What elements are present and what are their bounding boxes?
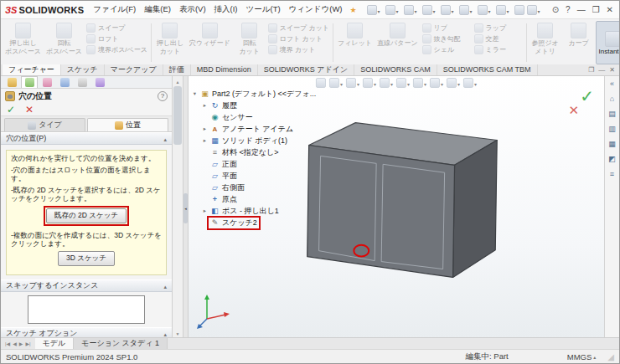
- featuremanager-design-tree-tab[interactable]: [3, 76, 20, 88]
- draft-button[interactable]: 抜き勾配: [422, 34, 471, 44]
- cancel-button[interactable]: ✕: [25, 105, 34, 115]
- menu-item[interactable]: ウィンドウ(W): [285, 3, 347, 17]
- lofted-boss-button[interactable]: ロフト: [86, 34, 147, 44]
- dropdown-caret-icon[interactable]: [378, 6, 383, 15]
- menu-pin-icon[interactable]: ★: [350, 6, 357, 14]
- go-prev-icon[interactable]: ◀: [13, 341, 17, 346]
- tree-item[interactable]: スケッチ2: [201, 217, 259, 228]
- dropdown-caret-icon[interactable]: [415, 6, 420, 15]
- view-settings-icon[interactable]: [463, 78, 477, 88]
- tab-sketch[interactable]: スケッチ: [61, 64, 105, 75]
- extruded-boss-base-button[interactable]: 押し出し ボス/ベース: [3, 21, 44, 64]
- collapse-chevron-icon[interactable]: [163, 330, 167, 338]
- minimize-icon[interactable]: —: [577, 5, 586, 14]
- home-icon[interactable]: ⌂: [610, 94, 614, 104]
- dropdown-caret-icon[interactable]: [357, 79, 359, 88]
- collapse-chevron-icon[interactable]: [163, 135, 167, 143]
- display-style-icon[interactable]: [396, 78, 410, 88]
- zoom-area-icon[interactable]: [329, 78, 343, 88]
- tab-evaluate[interactable]: 評価: [163, 64, 191, 75]
- tree-item[interactable]: 平面: [201, 170, 239, 182]
- displaymanager-tab[interactable]: [74, 76, 90, 88]
- wrap-button[interactable]: ラップ: [474, 23, 523, 33]
- boundary-boss-button[interactable]: 境界ボス/ベース: [86, 45, 147, 54]
- help-icon[interactable]: ?: [158, 91, 168, 101]
- tree-item[interactable]: ▸ 履歴: [201, 100, 239, 111]
- collapse-pane-icon[interactable]: «: [610, 79, 614, 89]
- tree-item[interactable]: センサー: [201, 111, 255, 123]
- go-first-icon[interactable]: |◀: [5, 341, 10, 346]
- revolved-cut-button[interactable]: 回転 カット: [233, 21, 266, 64]
- configuration-manager-tab[interactable]: [39, 76, 55, 88]
- design-library-icon[interactable]: ▤: [608, 109, 616, 119]
- menu-item[interactable]: 編集(E): [140, 3, 175, 17]
- hole-wizard-button[interactable]: 穴ウィザード: [187, 21, 233, 64]
- dropdown-caret-icon[interactable]: [470, 6, 475, 15]
- menu-item[interactable]: 表示(V): [175, 3, 210, 17]
- dropdown-caret-icon[interactable]: [474, 79, 477, 88]
- zoom-fit-icon[interactable]: [316, 78, 326, 88]
- tab-solidworks-cam-tbm[interactable]: SOLIDWORKS CAM TBM: [437, 64, 538, 75]
- view-palette-icon[interactable]: ▦: [608, 139, 616, 149]
- scrollbar-thumb[interactable]: [173, 86, 182, 145]
- tab-solidworks-addins[interactable]: SOLIDWORKS アドイン: [258, 64, 354, 75]
- tree-item[interactable]: 正面: [201, 158, 239, 170]
- tree-item[interactable]: ▸ ソリッド ボディ(1): [201, 135, 289, 146]
- dropdown-caret-icon[interactable]: [407, 79, 410, 88]
- linear-pattern-button[interactable]: 直線パターン: [375, 21, 421, 64]
- propertymanager-tab[interactable]: [21, 76, 38, 88]
- model-tab[interactable]: モデル: [35, 338, 75, 349]
- tree-item[interactable]: 右側面: [201, 182, 246, 193]
- model-front-face[interactable]: [307, 145, 455, 277]
- expand-arrow-icon[interactable]: ▸: [201, 102, 209, 109]
- dropdown-caret-icon[interactable]: [452, 6, 457, 15]
- tree-item[interactable]: ▾ Part2 (デフォルト) <<デフォ...: [191, 88, 318, 100]
- go-next-icon[interactable]: ▶: [19, 341, 23, 346]
- scroll-down-icon[interactable]: [173, 328, 183, 337]
- position-tab[interactable]: 位置: [87, 118, 168, 131]
- dropdown-caret-icon[interactable]: [457, 79, 460, 88]
- skip-instances-listbox[interactable]: [28, 295, 145, 324]
- window-minimize-icon[interactable]: —: [598, 66, 605, 74]
- view-orientation-icon[interactable]: [380, 78, 393, 88]
- go-last-icon[interactable]: ▶|: [25, 341, 30, 346]
- hide-show-items-icon[interactable]: [413, 78, 426, 88]
- tab-features[interactable]: フィーチャー: [3, 64, 61, 75]
- menu-item[interactable]: ツール(T): [242, 3, 285, 17]
- extruded-cut-button[interactable]: 押し出し カット: [153, 21, 187, 64]
- tab-solidworks-cam[interactable]: SOLIDWORKS CAM: [354, 64, 437, 75]
- expand-arrow-icon[interactable]: ▸: [201, 126, 209, 132]
- instant3d-button[interactable]: Instant3D: [596, 21, 619, 64]
- boundary-cut-button[interactable]: 境界 カット: [268, 45, 329, 54]
- close-icon[interactable]: ✕: [607, 5, 613, 14]
- expand-arrow-icon[interactable]: ▸: [201, 137, 209, 144]
- dropdown-caret-icon[interactable]: [433, 6, 438, 15]
- 3d-sketch-button[interactable]: 3D スケッチ: [58, 251, 115, 266]
- units-selector[interactable]: MMGS▴: [567, 352, 597, 361]
- swept-boss-button[interactable]: スイープ: [86, 23, 147, 33]
- motion-study-1-tab[interactable]: モーション スタディ 1: [74, 338, 168, 349]
- dropdown-caret-icon[interactable]: [340, 79, 343, 88]
- dropdown-caret-icon[interactable]: [424, 79, 426, 88]
- graphics-viewport[interactable]: ▾ Part2 (デフォルト) <<デフォ... ▸ 履歴 センサー ▸ アノテ…: [189, 76, 604, 337]
- existing-2d-sketch-button[interactable]: 既存の 2D スケッチ: [46, 208, 127, 223]
- menu-item[interactable]: ファイル(F): [89, 3, 140, 17]
- lofted-cut-button[interactable]: ロフト カット: [268, 34, 329, 44]
- mirror-button[interactable]: ミラー: [474, 45, 523, 54]
- expand-arrow-icon[interactable]: ▾: [191, 90, 199, 97]
- appearances-icon[interactable]: ◩: [608, 154, 616, 164]
- panel-scrollbar[interactable]: [173, 76, 183, 337]
- menu-item[interactable]: 挿入(I): [210, 3, 242, 17]
- confirm-ok-icon[interactable]: ✓: [580, 86, 594, 106]
- cam-feature-tree-tab[interactable]: [91, 76, 108, 88]
- maximize-icon[interactable]: ❐: [592, 5, 600, 14]
- collapse-chevron-icon[interactable]: [163, 282, 167, 290]
- fillet-button[interactable]: フィレット: [335, 21, 375, 64]
- dropdown-caret-icon[interactable]: [538, 6, 543, 15]
- tree-item[interactable]: 材料 <指定なし>: [201, 146, 280, 158]
- dimxpertmanager-tab[interactable]: [56, 76, 73, 88]
- collapse-panel-icon[interactable]: [183, 193, 188, 223]
- section-view-icon[interactable]: [363, 78, 376, 88]
- apply-scene-icon[interactable]: [447, 78, 460, 88]
- tab-markup[interactable]: マークアップ: [105, 64, 163, 75]
